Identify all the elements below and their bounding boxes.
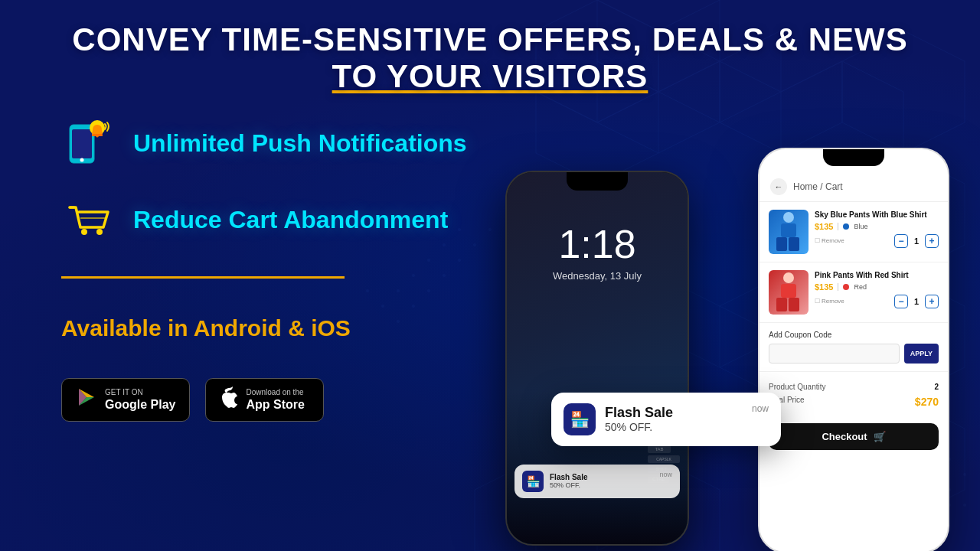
svg-rect-60 (781, 223, 796, 237)
coupon-label: Add Coupon Code (769, 331, 939, 339)
svg-point-57 (96, 229, 103, 235)
feature-cart-abandonment: Reduce Cart Abandonment (61, 194, 475, 247)
app-store-name: App Store (246, 397, 304, 412)
header-line2: TO YOUR VISITORS (46, 58, 934, 95)
cart-item-2: Pink Pants With Red Shirt $135 Red ☐ Rem… (760, 262, 948, 323)
cart-item-1-increase[interactable]: + (925, 234, 939, 248)
main-content: CONVEY TIME-SENSITIVE OFFERS, DEALS & NE… (0, 0, 980, 551)
coupon-apply-button[interactable]: APPLY (904, 344, 939, 364)
checkout-label: Checkout (822, 431, 867, 442)
header-title: CONVEY TIME-SENSITIVE OFFERS, DEALS & NE… (46, 21, 934, 96)
coupon-row: APPLY (769, 344, 939, 364)
google-play-top: GET IT ON (105, 388, 175, 397)
total-value: $270 (915, 396, 939, 408)
cart-item-2-decrease[interactable]: − (894, 295, 908, 308)
cart-item-1-info: Sky Blue Pants With Blue Shirt $135 Blue… (815, 210, 939, 248)
popup-app-icon: 🏪 (564, 403, 596, 435)
cart-breadcrumb: Home / Cart (793, 181, 843, 192)
google-play-name: Google Play (105, 397, 175, 412)
product-quantity-row: Product Quantity 2 (769, 383, 939, 391)
cart-item-2-increase[interactable]: + (925, 295, 939, 308)
cart-item-1-decrease[interactable]: − (894, 234, 908, 248)
google-play-button[interactable]: GET IT ON Google Play (61, 378, 190, 422)
lock-date: Wednesday, 13 July (553, 270, 642, 282)
header-line1: CONVEY TIME-SENSITIVE OFFERS, DEALS & NE… (72, 21, 907, 57)
notif-app-icon: 🏪 (522, 471, 544, 492)
cart-item-2-info: Pink Pants With Red Shirt $135 Red ☐ Rem… (815, 270, 939, 308)
cart-summary: Product Quantity 2 Total Price $270 (760, 372, 948, 419)
google-play-text: GET IT ON Google Play (105, 388, 175, 412)
svg-rect-62 (789, 237, 799, 251)
feature-cart-text: Reduce Cart Abandonment (133, 206, 448, 234)
cart-item-2-qty: − 1 + (894, 295, 939, 308)
cart-checkout-icon: 🛒 (874, 431, 886, 442)
cart-abandonment-icon (61, 194, 115, 247)
popup-body: 50% OFF. (605, 421, 743, 433)
google-play-icon (76, 386, 97, 413)
phone-notch-cart (823, 149, 884, 166)
popup-time: now (752, 403, 769, 414)
quantity-label: Product Quantity (769, 383, 825, 391)
push-notification-icon (61, 117, 115, 171)
phone-notification-banner: 🏪 Flash Sale 50% OFF. now (514, 465, 680, 498)
svg-rect-61 (776, 237, 787, 251)
cart-back-button[interactable]: ← (770, 178, 787, 195)
quantity-value: 2 (934, 383, 939, 391)
main-layout: Unlimited Push Notifications (31, 109, 949, 551)
cart-item-1-color-label: Blue (854, 223, 867, 230)
checkout-button[interactable]: Checkout 🛒 (769, 423, 939, 450)
notif-time: now (659, 471, 672, 478)
cart-item-1-name: Sky Blue Pants With Blue Shirt (815, 210, 939, 220)
cart-item-1-qty-value: 1 (911, 236, 922, 246)
phones-container: 1:18 Wednesday, 13 July TAB CAPSLK SHIFT… (505, 109, 949, 551)
svg-point-63 (783, 272, 794, 283)
svg-rect-66 (789, 298, 799, 311)
cart-item-1: Sky Blue Pants With Blue Shirt $135 Blue… (760, 202, 948, 262)
notif-content: Flash Sale 50% OFF. (550, 473, 653, 489)
cart-item-1-actions: ☐ Remove − 1 + (815, 234, 939, 248)
coupon-section: Add Coupon Code APPLY (760, 323, 948, 372)
app-store-top: Download on the (246, 388, 304, 397)
svg-rect-50 (72, 129, 92, 158)
cart-item-1-price-row: $135 Blue (815, 222, 939, 231)
cart-item-2-remove[interactable]: ☐ Remove (815, 298, 844, 305)
cart-item-2-price: $135 (815, 282, 833, 292)
phone-lock-screen: 1:18 Wednesday, 13 July TAB CAPSLK SHIFT… (505, 171, 689, 546)
notif-title: Flash Sale (550, 473, 653, 481)
cart-header: ← Home / Cart (760, 166, 948, 202)
cart-item-1-qty: − 1 + (894, 234, 939, 248)
section-divider (61, 276, 345, 279)
cart-item-1-color-dot (843, 223, 849, 230)
app-store-button[interactable]: Download on the App Store (205, 378, 324, 422)
available-text: Available in Android & iOS (61, 315, 475, 341)
svg-point-51 (80, 158, 83, 162)
phone-cart-screen: ← Home / Cart Sk (758, 148, 949, 551)
svg-point-59 (783, 212, 794, 223)
lock-screen-inner: 1:18 Wednesday, 13 July TAB CAPSLK SHIFT… (507, 172, 688, 544)
phone-notch-lock (567, 172, 628, 191)
total-price-row: Total Price $270 (769, 396, 939, 408)
left-panel: Unlimited Push Notifications (31, 109, 505, 437)
svg-rect-64 (781, 284, 796, 298)
notif-body: 50% OFF. (550, 481, 653, 489)
coupon-input[interactable] (769, 344, 900, 364)
feature-push-text: Unlimited Push Notifications (133, 129, 467, 158)
apple-icon (220, 386, 238, 413)
notification-popup: 🏪 Flash Sale 50% OFF. now (551, 393, 781, 446)
cart-item-2-actions: ☐ Remove − 1 + (815, 295, 939, 308)
cart-item-1-image (769, 210, 808, 254)
feature-push-notifications: Unlimited Push Notifications (61, 117, 475, 171)
popup-content: Flash Sale 50% OFF. (605, 405, 743, 433)
cart-item-1-remove[interactable]: ☐ Remove (815, 237, 844, 244)
lock-time: 1:18 (558, 221, 635, 267)
cart-item-2-color-label: Red (854, 283, 867, 291)
svg-rect-65 (776, 298, 787, 311)
popup-title: Flash Sale (605, 405, 743, 421)
svg-point-56 (81, 229, 87, 235)
header: CONVEY TIME-SENSITIVE OFFERS, DEALS & NE… (31, 0, 949, 109)
cart-item-2-price-row: $135 Red (815, 282, 939, 292)
cart-item-2-color-dot (843, 284, 849, 290)
cart-item-1-price: $135 (815, 222, 833, 231)
cart-item-2-name: Pink Pants With Red Shirt (815, 270, 939, 280)
cart-item-2-image (769, 270, 808, 315)
